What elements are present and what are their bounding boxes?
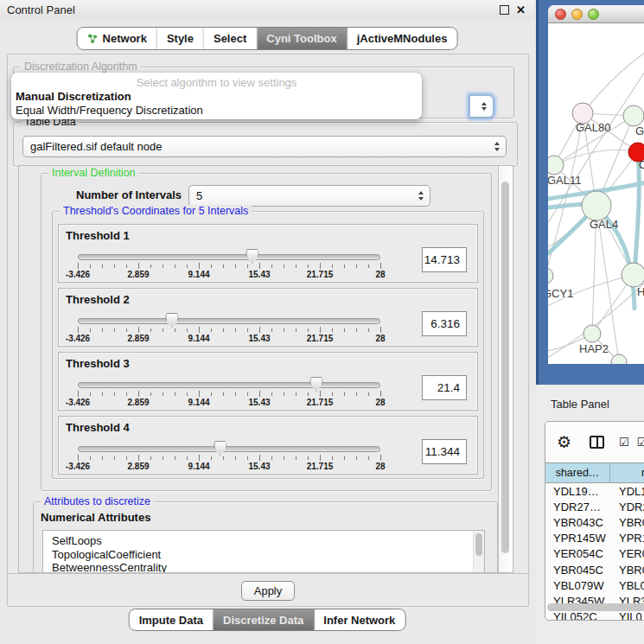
threshold-panel-2: Threshold 2-3.4262.8599.14415.4321.71528… <box>58 288 478 347</box>
slider-thumb[interactable] <box>309 377 322 392</box>
tab-jactivemnodules[interactable]: jActiveMNodules <box>348 28 457 49</box>
gear-icon[interactable]: ⚙ <box>557 434 571 450</box>
thresholds-container: Threshold 1-3.4262.8599.14415.4321.71528… <box>53 219 483 478</box>
table-panel-title: Table Panel <box>551 398 609 411</box>
threshold-slider[interactable]: -3.4262.8599.14415.4321.71528 <box>78 375 380 407</box>
table-row[interactable]: YBR045CYBR0 <box>545 562 644 577</box>
table-horizontal-scrollbar[interactable] <box>547 603 644 612</box>
tab-impute-data[interactable]: Impute Data <box>130 609 214 630</box>
cell-name: YPR1 <box>610 532 644 545</box>
table-row[interactable]: YPR145WYPR1 <box>545 531 644 546</box>
table-row[interactable]: YDL19…YDL1 <box>545 483 644 499</box>
scrollbar-thumb[interactable] <box>475 533 482 556</box>
numerical-attributes-heading: Numerical Attributes <box>41 511 150 524</box>
attribute-list-item[interactable]: BetweennessCentrality <box>43 561 484 573</box>
bottom-tab-bar: Impute DataDiscretize DataInfer Network <box>129 609 406 631</box>
cell-shared-name: YBR043C <box>545 516 610 529</box>
network-node-hap2[interactable] <box>583 325 601 342</box>
slider-thumb[interactable] <box>214 441 226 456</box>
cyni-toolbox-content: Discretization Algorithm Select algorith… <box>7 54 529 607</box>
threshold-label: Threshold 1 <box>66 229 130 242</box>
table-header-row: shared… na <box>545 462 644 483</box>
apply-button[interactable]: Apply <box>241 581 296 601</box>
split-columns-icon[interactable] <box>590 436 604 449</box>
network-node-gal4[interactable] <box>582 191 611 220</box>
threshold-label: Threshold 4 <box>66 421 130 434</box>
network-node[interactable] <box>622 263 644 287</box>
threshold-slider[interactable]: -3.4262.8599.14415.4321.71528 <box>78 247 380 279</box>
settings-vertical-scrollbar[interactable] <box>498 166 513 572</box>
scrollbar-thumb[interactable] <box>547 603 644 611</box>
table-row[interactable]: YDR27…YDR2 <box>545 499 644 514</box>
number-of-intervals-combobox[interactable]: 5 <box>188 185 430 207</box>
threshold-panel-1: Threshold 1-3.4262.8599.14415.4321.71528… <box>58 224 478 283</box>
tab-discretize-data[interactable]: Discretize Data <box>214 609 314 630</box>
close-icon[interactable]: ✕ <box>516 4 526 16</box>
column-header-shared-name[interactable]: shared… <box>545 463 610 482</box>
threshold-slider[interactable]: -3.4262.8599.14415.4321.71528 <box>78 311 380 343</box>
tab-label: Infer Network <box>323 614 395 627</box>
dropdown-option-equal-width[interactable]: Equal Width/Frequency Discretization <box>11 104 422 118</box>
cell-name: YBL0 <box>610 579 644 592</box>
attributes-list-scrollbar[interactable] <box>473 531 484 573</box>
interval-definition-title: Interval Definition <box>48 167 139 179</box>
slider-thumb[interactable] <box>245 249 258 264</box>
network-window-titlebar <box>548 5 644 23</box>
threshold-label: Threshold 3 <box>66 357 130 370</box>
table-row[interactable]: YBL079WYBL0 <box>545 577 644 593</box>
scrollbar-thumb[interactable] <box>501 182 509 553</box>
tab-style[interactable]: Style <box>157 28 204 49</box>
tab-infer-network[interactable]: Infer Network <box>314 609 405 630</box>
slider-tick-labels: -3.4262.8599.14415.4321.71528 <box>78 334 380 343</box>
cell-shared-name: YDR27… <box>545 501 610 513</box>
table-row[interactable]: YBR043CYBR0 <box>545 514 644 530</box>
cell-name: YER0 <box>610 547 644 560</box>
algorithm-combobox-fragment[interactable] <box>469 95 494 118</box>
threshold-value-field[interactable]: 6.316 <box>422 311 467 336</box>
attribute-list-item[interactable]: SelfLoops <box>43 534 484 548</box>
checkbox-icon[interactable]: ☑ <box>637 437 644 448</box>
threshold-value-field[interactable]: 21.4 <box>422 375 467 400</box>
threshold-label: Threshold 2 <box>66 293 130 306</box>
network-view-window: GAL80GAL11GAL4GCY1HAP2GACH <box>548 5 644 364</box>
slider-track[interactable] <box>78 382 380 388</box>
threshold-slider[interactable]: -3.4262.8599.14415.4321.71528 <box>78 439 380 471</box>
zoom-traffic-light[interactable] <box>588 9 599 20</box>
node-label-partial: H <box>637 285 644 298</box>
threshold-value-field[interactable]: 11.344 <box>422 439 467 464</box>
checkbox-icon[interactable]: ☑ <box>619 437 629 448</box>
network-canvas[interactable]: GAL80GAL11GAL4GCY1HAP2GACH <box>548 23 644 364</box>
control-panel-title: Control Panel <box>7 3 75 16</box>
slider-track[interactable] <box>78 318 380 324</box>
close-traffic-light[interactable] <box>555 9 566 20</box>
combo-arrows-icon <box>494 142 500 151</box>
tab-select[interactable]: Select <box>204 28 257 49</box>
numerical-attributes-list[interactable]: SelfLoopsTopologicalCoefficientBetweenne… <box>42 530 485 573</box>
slider-thumb[interactable] <box>165 313 178 328</box>
network-node-gal11[interactable] <box>548 156 564 175</box>
network-node-gcy1[interactable] <box>548 268 553 284</box>
network-node[interactable] <box>623 105 644 126</box>
attribute-list-item[interactable]: TopologicalCoefficient <box>43 548 484 562</box>
table-rows: YDL19…YDL1YDR27…YDR2YBR043CYBR0YPR145WYP… <box>545 483 644 621</box>
column-header-name[interactable]: na <box>610 463 644 482</box>
slider-track[interactable] <box>78 254 380 260</box>
threshold-value-field[interactable]: 14.713 <box>422 247 467 272</box>
algorithm-dropdown-popup: Select algorithm to view settings Manual… <box>11 73 422 119</box>
tab-label: Network <box>103 32 147 45</box>
top-tab-bar: NetworkStyleSelectCyni ToolboxjActiveMNo… <box>77 27 458 50</box>
node-label: GAL11 <box>548 174 582 187</box>
minimize-traffic-light[interactable] <box>571 9 583 20</box>
float-window-icon[interactable] <box>500 5 509 15</box>
algorithm-group-title: Discretization Algorithm <box>21 61 141 73</box>
dropdown-option-manual[interactable]: Manual Discretization <box>11 90 422 104</box>
tab-cyni-toolbox[interactable]: Cyni Toolbox <box>257 28 347 49</box>
tab-network[interactable]: Network <box>78 28 157 49</box>
table-row[interactable]: YER054CYER0 <box>545 546 644 562</box>
slider-track[interactable] <box>78 446 380 452</box>
table-data-combobox[interactable]: galFiltered.sif default node <box>22 136 507 157</box>
tab-label: Select <box>214 32 246 45</box>
threshold-panel-3: Threshold 3-3.4262.8599.14415.4321.71528… <box>58 352 478 411</box>
combo-arrows-icon <box>418 191 424 201</box>
table-toolbar: ⚙ ☑ ☑ <box>545 422 644 462</box>
